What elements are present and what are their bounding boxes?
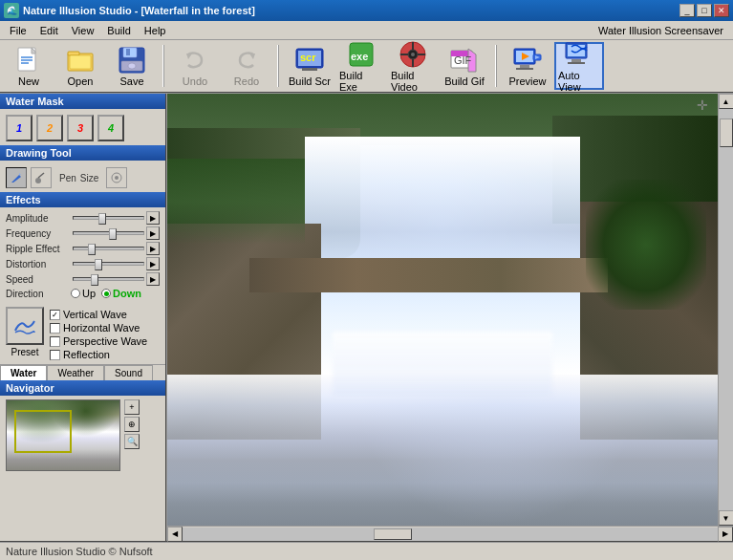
frequency-slider[interactable] [73, 231, 144, 235]
right-scrollbar[interactable]: ▲ ▼ [718, 94, 733, 526]
menu-file[interactable]: File [4, 23, 32, 38]
toolbar-separator-1 [162, 45, 164, 87]
redo-label: Redo [234, 75, 259, 87]
menu-edit[interactable]: Edit [34, 23, 64, 38]
water-illusion-menu[interactable]: Water Illusion Screensaver [593, 23, 729, 38]
preset-button[interactable] [6, 307, 44, 345]
undo-icon [180, 45, 210, 75]
image-row: ✛ ▲ ▼ [167, 94, 733, 526]
scroll-track-vertical[interactable] [719, 109, 733, 510]
tab-sound[interactable]: Sound [104, 365, 153, 380]
minimize-button[interactable]: _ [679, 4, 695, 17]
status-bar: Nature Illusion Studio © Nufsoft [0, 541, 733, 560]
scroll-track-horizontal[interactable] [183, 528, 718, 541]
status-text: Nature Illusion Studio © Nufsoft [6, 546, 153, 557]
ripple-slider[interactable] [73, 247, 144, 250]
reflection-checkbox[interactable] [50, 350, 60, 360]
eraser-tool-button[interactable] [106, 167, 127, 188]
scroll-thumb-vertical[interactable] [720, 118, 733, 147]
menu-build[interactable]: Build [101, 23, 136, 38]
distortion-slider[interactable] [73, 262, 144, 266]
scroll-left-button[interactable]: ◀ [167, 527, 183, 542]
mask-button-2[interactable]: 2 [36, 115, 63, 141]
down-radio-circle[interactable] [101, 289, 111, 298]
scroll-thumb-horizontal[interactable] [374, 528, 412, 540]
new-label: New [18, 75, 39, 87]
nav-center-button[interactable]: ⊕ [124, 417, 140, 432]
horizontal-wave-checkbox[interactable] [50, 323, 60, 334]
tab-weather[interactable]: Weather [47, 365, 104, 380]
distortion-arrow[interactable]: ▶ [146, 257, 160, 270]
build-scr-button[interactable]: scr Build Scr [285, 42, 334, 90]
reflection-label: Reflection [63, 349, 110, 360]
vertical-wave-item[interactable]: Vertical Wave [50, 309, 162, 320]
perspective-wave-checkbox[interactable] [50, 336, 60, 347]
scroll-up-button[interactable]: ▲ [719, 94, 734, 109]
build-gif-button[interactable]: GIF Build Gif [440, 42, 489, 90]
mask-button-1[interactable]: 1 [6, 115, 32, 141]
frequency-arrow[interactable]: ▶ [146, 226, 160, 240]
amplitude-arrow[interactable]: ▶ [146, 211, 160, 225]
build-exe-button[interactable]: exe Build Exe [336, 42, 386, 90]
pen-size-label: Pen [59, 173, 76, 183]
auto-view-button[interactable]: Auto View [554, 42, 604, 90]
speed-arrow[interactable]: ▶ [146, 272, 160, 286]
undo-label: Undo [183, 75, 207, 87]
speed-row: Speed ▶ [6, 272, 160, 286]
svg-point-23 [411, 53, 415, 56]
nav-zoom-in-button[interactable]: + [124, 399, 140, 415]
svg-point-12 [128, 63, 136, 69]
navigator-thumbnail [6, 399, 120, 471]
tab-water[interactable]: Water [0, 365, 47, 380]
direction-up[interactable]: Up [71, 288, 96, 299]
title-bar-left: 🌊 Nature Illusion Studio - [Waterfall in… [4, 3, 255, 18]
size-label: Size [80, 173, 98, 183]
window-controls[interactable]: _ □ ✕ [679, 4, 729, 17]
brush-tool-button[interactable] [31, 167, 52, 188]
svg-point-46 [115, 176, 119, 180]
maximize-button[interactable]: □ [697, 4, 712, 17]
menu-help[interactable]: Help [139, 23, 172, 38]
build-video-icon [398, 39, 428, 70]
horizontal-wave-item[interactable]: Horizontal Wave [50, 322, 162, 334]
scroll-down-button[interactable]: ▼ [719, 510, 734, 526]
direction-label: Direction [6, 289, 71, 299]
undo-button[interactable]: Undo [170, 42, 220, 90]
up-radio-circle[interactable] [71, 289, 80, 298]
preset-button-area: Preset [4, 307, 46, 360]
svg-rect-6 [68, 52, 79, 55]
new-button[interactable]: New [4, 42, 54, 90]
down-label: Down [113, 288, 141, 299]
save-button[interactable]: Save [107, 42, 157, 90]
redo-button[interactable]: Redo [222, 42, 271, 90]
close-button[interactable]: ✕ [714, 4, 729, 17]
vertical-wave-label: Vertical Wave [63, 309, 127, 320]
preview-button[interactable]: Preview [503, 42, 552, 90]
direction-down[interactable]: Down [101, 288, 141, 299]
nav-zoom-out-button[interactable]: 🔍 [124, 434, 140, 449]
svg-marker-13 [186, 54, 192, 59]
scroll-right-button[interactable]: ▶ [718, 527, 733, 542]
reflection-item[interactable]: Reflection [50, 349, 162, 360]
amplitude-slider[interactable] [73, 216, 144, 220]
main-image-area[interactable]: ✛ [167, 94, 718, 526]
speed-slider[interactable] [73, 277, 144, 281]
pen-tool-button[interactable] [6, 167, 27, 188]
mask-button-3[interactable]: 3 [67, 115, 94, 141]
open-button[interactable]: Open [55, 42, 105, 90]
water-mask-header: Water Mask [0, 94, 165, 109]
ripple-arrow[interactable]: ▶ [146, 242, 160, 255]
ripple-row: Ripple Effect ▶ [6, 242, 160, 255]
horizontal-wave-label: Horizontal Wave [63, 322, 140, 334]
crosshair-icon: ✛ [697, 97, 708, 113]
vertical-wave-checkbox[interactable] [50, 310, 60, 320]
menu-view[interactable]: View [66, 23, 100, 38]
build-exe-icon: exe [346, 39, 377, 70]
bottom-scrollbar[interactable]: ◀ ▶ [167, 526, 733, 541]
perspective-wave-item[interactable]: Perspective Wave [50, 335, 162, 347]
drawing-tool-section: Drawing Tool Pen Size [0, 145, 165, 192]
mask-button-4[interactable]: 4 [97, 115, 124, 141]
amplitude-label: Amplitude [6, 213, 71, 224]
ripple-label: Ripple Effect [6, 244, 71, 254]
build-video-button[interactable]: Build Video [388, 42, 438, 90]
